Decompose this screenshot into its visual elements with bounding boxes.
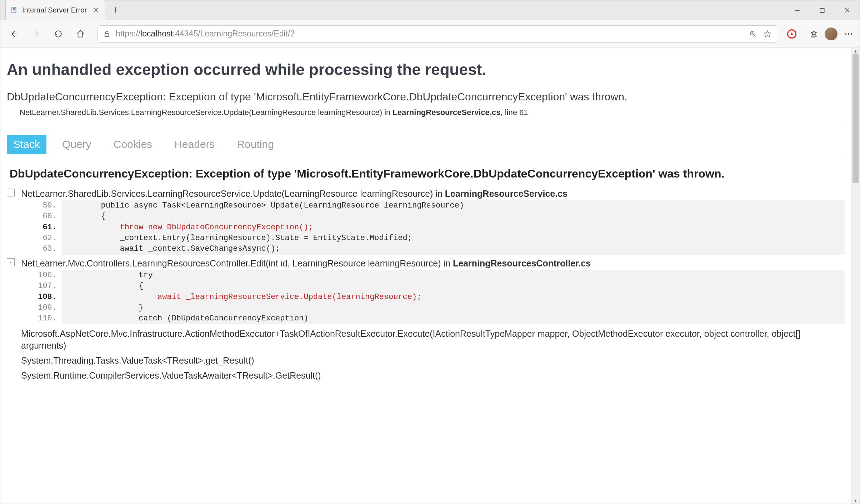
detail-tabs: Stack Query Cookies Headers Routing — [7, 135, 845, 154]
line-number: 110. — [37, 313, 62, 324]
code-text: { — [62, 211, 845, 222]
frame-header[interactable]: NetLearner.SharedLib.Services.LearningRe… — [21, 189, 845, 199]
line-number: 60. — [37, 211, 62, 222]
frame-location-file: LearningResourcesController.cs — [453, 258, 591, 268]
stack-line: System.Threading.Tasks.ValueTask<TResult… — [21, 355, 845, 367]
favorite-icon[interactable] — [763, 30, 772, 38]
code-text: try — [62, 270, 845, 281]
code-line: 62. _context.Entry(learningResource).Sta… — [37, 233, 845, 244]
lock-icon — [103, 30, 111, 38]
tab-query[interactable]: Query — [56, 135, 98, 154]
exception-location-suffix: , line 61 — [500, 108, 528, 117]
tab-close-button[interactable] — [91, 6, 100, 14]
scroll-up-icon[interactable]: ▲ — [851, 48, 860, 54]
addressbar-right — [749, 30, 772, 38]
toolbar-right — [787, 28, 853, 40]
window-controls — [785, 0, 860, 20]
separator — [7, 128, 845, 128]
url-path: 44345/LearningResources/Edit/2 — [175, 29, 295, 38]
svg-rect-9 — [820, 8, 824, 12]
frame-toggle[interactable] — [7, 189, 15, 196]
tab-title: Internal Server Error — [22, 6, 91, 14]
frame-header[interactable]: NetLearner.Mvc.Controllers.LearningResou… — [21, 258, 845, 269]
line-number: 106. — [37, 270, 62, 281]
scrollbar-thumb[interactable] — [852, 54, 859, 183]
line-number: 109. — [37, 303, 62, 313]
viewport: An unhandled exception occurred while pr… — [0, 48, 860, 504]
stack-line: Microsoft.AspNetCore.Mvc.Infrastructure.… — [21, 328, 845, 352]
line-number: 108. — [37, 292, 62, 303]
frame-toggle[interactable]: - — [7, 258, 15, 266]
exception-detail-heading: DbUpdateConcurrencyException: Exception … — [10, 166, 845, 181]
window-close-button[interactable] — [835, 0, 860, 20]
titlebar: Internal Server Error — [0, 0, 860, 20]
code-line: 107. { — [37, 281, 845, 291]
browser-tab[interactable]: Internal Server Error — [5, 0, 105, 20]
code-block: 59. public async Task<LearningResource> … — [37, 200, 845, 255]
code-text: await _context.SaveChangesAsync(); — [62, 244, 845, 254]
code-text: } — [62, 303, 845, 313]
code-line: 109. } — [37, 303, 845, 313]
stack-frame: NetLearner.SharedLib.Services.LearningRe… — [21, 189, 845, 255]
zoom-icon[interactable] — [749, 30, 757, 38]
toolbar-divider — [803, 29, 803, 39]
page-favicon-icon — [11, 6, 18, 14]
code-line: 110. catch (DbUpdateConcurrencyException… — [37, 313, 845, 324]
frame-location-file: LearningResourceService.cs — [445, 189, 568, 199]
code-text: public async Task<LearningResource> Upda… — [62, 200, 845, 211]
exception-location: NetLearner.SharedLib.Services.LearningRe… — [20, 108, 845, 117]
browser-window: Internal Server Error — [0, 0, 860, 504]
stack-frames: NetLearner.SharedLib.Services.LearningRe… — [7, 189, 845, 324]
line-number: 62. — [37, 233, 62, 244]
error-heading: An unhandled exception occurred while pr… — [7, 61, 845, 79]
code-line: 61. throw new DbUpdateConcurrencyExcepti… — [37, 222, 845, 233]
url-host: localhost: — [140, 29, 175, 38]
tab-stack[interactable]: Stack — [7, 135, 46, 154]
new-tab-button[interactable] — [105, 0, 125, 20]
refresh-button[interactable] — [51, 27, 65, 41]
code-line: 59. public async Task<LearningResource> … — [37, 200, 845, 211]
stack-frame: -NetLearner.Mvc.Controllers.LearningReso… — [21, 258, 845, 324]
window-maximize-button[interactable] — [810, 0, 835, 20]
frame-location-prefix: NetLearner.Mvc.Controllers.LearningResou… — [21, 258, 453, 268]
svg-point-22 — [845, 33, 846, 35]
url-scheme: https:// — [116, 29, 140, 38]
tab-cookies[interactable]: Cookies — [107, 135, 159, 154]
home-button[interactable] — [73, 27, 88, 41]
forward-button[interactable] — [29, 27, 43, 41]
line-number: 59. — [37, 200, 62, 211]
page-content: An unhandled exception occurred while pr… — [0, 48, 851, 504]
stack-line: System.Runtime.CompilerServices.ValueTas… — [21, 370, 845, 382]
favorites-list-icon[interactable] — [810, 30, 818, 38]
code-line: 63. await _context.SaveChangesAsync(); — [37, 244, 845, 254]
svg-rect-0 — [12, 7, 16, 13]
code-text: _context.Entry(learningResource).State =… — [62, 233, 845, 244]
code-line: 60. { — [37, 211, 845, 222]
scroll-down-icon[interactable]: ▼ — [851, 497, 860, 504]
exception-location-file: LearningResourceService.cs — [392, 108, 500, 117]
frame-location-prefix: NetLearner.SharedLib.Services.LearningRe… — [21, 189, 445, 199]
more-menu-icon[interactable] — [844, 29, 853, 39]
stack-tail: Microsoft.AspNetCore.Mvc.Infrastructure.… — [7, 328, 845, 382]
svg-point-24 — [851, 33, 852, 35]
svg-point-23 — [848, 33, 849, 35]
window-minimize-button[interactable] — [785, 0, 810, 20]
vertical-scrollbar[interactable]: ▲ ▼ — [851, 48, 860, 504]
url-text: https://localhost:44345/LearningResource… — [116, 29, 295, 39]
code-text: { — [62, 281, 845, 291]
tab-routing[interactable]: Routing — [231, 135, 280, 154]
svg-line-16 — [754, 35, 756, 36]
code-text: await _learningResourceService.Update(le… — [62, 292, 845, 303]
profile-avatar[interactable] — [825, 28, 838, 40]
code-text: catch (DbUpdateConcurrencyException) — [62, 313, 845, 324]
svg-rect-14 — [105, 34, 109, 36]
back-button[interactable] — [7, 27, 21, 41]
address-bar[interactable]: https://localhost:44345/LearningResource… — [98, 25, 777, 43]
line-number: 107. — [37, 281, 62, 291]
exception-summary: DbUpdateConcurrencyException: Exception … — [7, 91, 845, 103]
extension-icon[interactable] — [787, 29, 796, 39]
line-number: 61. — [37, 222, 62, 233]
exception-location-prefix: NetLearner.SharedLib.Services.LearningRe… — [20, 108, 392, 117]
tab-headers[interactable]: Headers — [168, 135, 221, 154]
toolbar: https://localhost:44345/LearningResource… — [0, 20, 860, 48]
